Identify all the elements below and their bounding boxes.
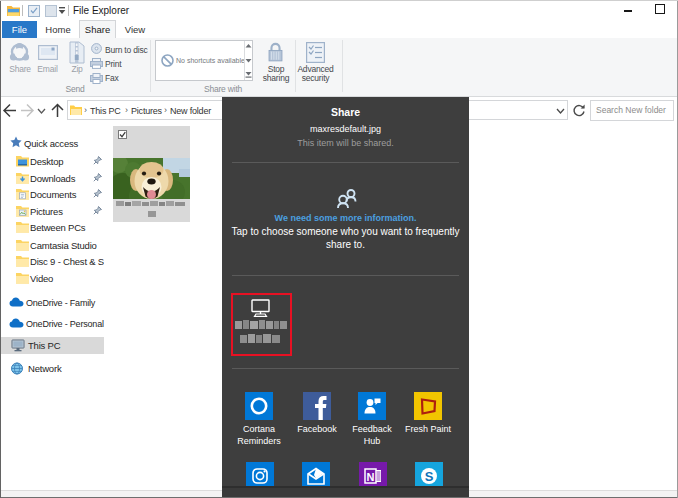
svg-text:N: N xyxy=(366,471,374,483)
svg-text:S: S xyxy=(424,469,433,484)
